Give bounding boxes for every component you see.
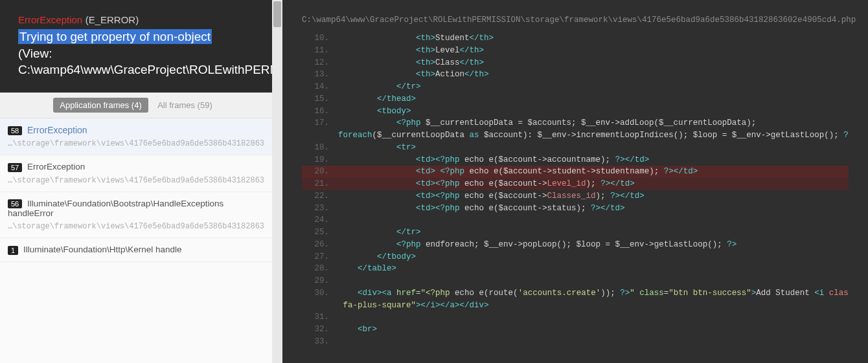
code-block: 10. <th>Student</th>11. <th>Level</th>12…: [302, 32, 849, 348]
code-line: 30. <div><a href="<?php echo e(route('ac…: [302, 287, 849, 300]
frame-tabs: Application frames (4) All frames (59): [0, 93, 272, 118]
line-number: 31.: [302, 311, 338, 324]
code-line: 25. </tr>: [302, 226, 849, 239]
line-number: 33.: [302, 336, 338, 348]
left-panel: ErrorException (E_ERROR) Trying to get p…: [0, 0, 272, 363]
code-line: 22. <td><?php echo e($account->Classes_i…: [302, 190, 849, 203]
line-content: [338, 336, 849, 348]
line-content: <th>Student</th>: [338, 32, 849, 45]
frame-path: …\storage\framework\views\4176e5e6bad9a6…: [8, 176, 264, 185]
line-number: [302, 300, 338, 312]
line-content: <td><?php echo e($account->accountname);…: [338, 154, 849, 166]
code-line: 33.: [302, 336, 849, 348]
line-number: 11.: [302, 45, 338, 57]
code-line: 17. <?php $__currentLoopData = $accounts…: [302, 117, 849, 129]
tab-app-frames[interactable]: Application frames (4): [53, 98, 148, 113]
code-line: 23. <td><?php echo e($account->status); …: [302, 203, 849, 215]
code-line: 18. <tr>: [302, 142, 849, 154]
frame-item[interactable]: 57 ErrorException…\storage\framework\vie…: [0, 155, 272, 192]
tab-all-frames[interactable]: All frames (59): [151, 98, 219, 113]
code-line: 10. <th>Student</th>: [302, 32, 849, 45]
exception-header: ErrorException (E_ERROR) Trying to get p…: [0, 0, 272, 93]
line-number: 22.: [302, 190, 338, 203]
line-content: <td><?php echo e($account->Level_id); ?>…: [338, 178, 849, 190]
code-line: 27. </tbody>: [302, 251, 849, 263]
line-number: 27.: [302, 251, 338, 263]
line-content: [338, 311, 849, 324]
code-line: 32. <br>: [302, 324, 849, 336]
line-content: foreach($__currentLoopData as $account):…: [338, 129, 849, 142]
code-line: 21. <td><?php echo e($account->Level_id)…: [302, 178, 849, 190]
frame-item[interactable]: 1 Illuminate\Foundation\Http\Kernel hand…: [0, 238, 272, 261]
exception-message-highlight: Trying to get property of non-object: [18, 29, 212, 44]
line-number: 16.: [302, 105, 338, 118]
line-number: 15.: [302, 93, 338, 105]
left-scrollbar[interactable]: [272, 0, 282, 363]
code-line: 20. <td> <?php echo e($account->student-…: [302, 166, 849, 178]
exception-class: ErrorException: [18, 14, 82, 25]
exception-view-prefix: (View:: [18, 47, 52, 60]
line-number: 17.: [302, 117, 338, 129]
line-content: <tr>: [338, 142, 849, 154]
right-panel: C:\wamp64\www\GraceProject\ROLEwithPERMI…: [282, 0, 868, 363]
line-number: 19.: [302, 154, 338, 166]
line-content: [338, 214, 849, 226]
line-content: <td><?php echo e($account->status); ?></…: [338, 203, 849, 215]
code-line: 19. <td><?php echo e($account->accountna…: [302, 154, 849, 166]
line-content: fa-plus-square"></i></a></div>: [338, 300, 849, 312]
line-number: 20.: [302, 166, 338, 178]
exception-code: (E_ERROR): [86, 14, 139, 25]
line-content: <th>Action</th>: [338, 69, 849, 81]
line-content: </tbody>: [338, 251, 849, 263]
line-number: 18.: [302, 142, 338, 154]
line-content: </tr>: [338, 226, 849, 239]
frame-item[interactable]: 56 Illuminate\Foundation\Bootstrap\Handl…: [0, 192, 272, 238]
frame-class: ErrorException: [27, 162, 85, 171]
line-content: </tr>: [338, 81, 849, 93]
line-number: 29.: [302, 275, 338, 287]
frame-path: …\storage\framework\views\4176e5e6bad9a6…: [8, 139, 264, 148]
frame-class: Illuminate\Foundation\Bootstrap\HandleEx…: [8, 199, 223, 218]
scrollbar-thumb[interactable]: [273, 1, 281, 27]
line-content: </table>: [338, 263, 849, 275]
line-number: 28.: [302, 263, 338, 275]
code-line: 14. </tr>: [302, 81, 849, 93]
frame-badge: 1: [8, 246, 18, 255]
line-number: 14.: [302, 81, 338, 93]
line-content: <?php $__currentLoopData = $accounts; $_…: [338, 117, 849, 129]
line-content: <th>Class</th>: [338, 57, 849, 69]
code-line: 28. </table>: [302, 263, 849, 275]
line-content: <tbody>: [338, 105, 849, 118]
line-number: 26.: [302, 239, 338, 251]
code-line: fa-plus-square"></i></a></div>: [302, 300, 849, 312]
code-line: foreach($__currentLoopData as $account):…: [302, 129, 849, 142]
line-content: <br>: [338, 324, 849, 336]
line-number: 13.: [302, 69, 338, 81]
line-number: [302, 129, 338, 142]
code-line: 15. </thead>: [302, 93, 849, 105]
frame-badge: 56: [8, 199, 22, 208]
code-line: 13. <th>Action</th>: [302, 69, 849, 81]
exception-view-path: C:\wamp64\www\GraceProject\ROLEwithPERMI…: [18, 63, 272, 76]
code-line: 29.: [302, 275, 849, 287]
exception-message: Trying to get property of non-object (Vi…: [18, 28, 254, 78]
frame-item[interactable]: 58 ErrorException…\storage\framework\vie…: [0, 118, 272, 155]
line-content: [338, 275, 849, 287]
line-number: 10.: [302, 32, 338, 45]
line-content: <th>Level</th>: [338, 45, 849, 57]
code-line: 16. <tbody>: [302, 105, 849, 118]
line-content: <?php endforeach; $__env->popLoop(); $lo…: [338, 239, 849, 251]
code-line: 24.: [302, 214, 849, 226]
frame-path: …\storage\framework\views\4176e5e6bad9a6…: [8, 222, 264, 231]
line-content: <div><a href="<?php echo e(route('accoun…: [338, 287, 849, 300]
frame-badge: 58: [8, 126, 22, 135]
line-number: 32.: [302, 324, 338, 336]
frame-class: Illuminate\Foundation\Http\Kernel handle: [23, 245, 182, 254]
line-number: 23.: [302, 203, 338, 215]
line-number: 25.: [302, 226, 338, 239]
code-line: 12. <th>Class</th>: [302, 57, 849, 69]
frame-badge: 57: [8, 163, 22, 172]
line-content: </thead>: [338, 93, 849, 105]
line-number: 24.: [302, 214, 338, 226]
code-line: 26. <?php endforeach; $__env->popLoop();…: [302, 239, 849, 251]
